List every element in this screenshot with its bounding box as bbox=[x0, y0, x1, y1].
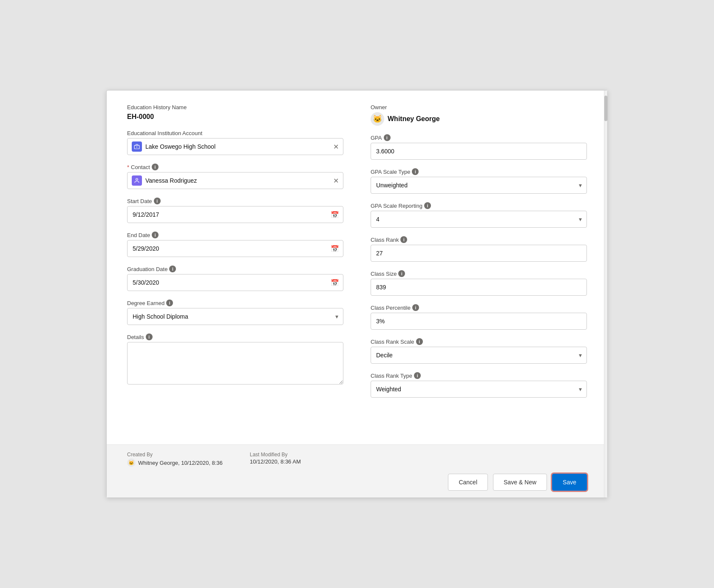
class-size-input[interactable] bbox=[371, 279, 587, 296]
save-button[interactable]: Save bbox=[552, 474, 587, 491]
gpa-group: GPA i bbox=[371, 134, 587, 160]
class-rank-type-info-icon[interactable]: i bbox=[414, 372, 421, 379]
degree-earned-select[interactable]: High School Diploma Associate's Degree B… bbox=[127, 308, 343, 325]
graduation-date-input[interactable] bbox=[127, 274, 343, 291]
gpa-scale-type-group: GPA Scale Type i Unweighted Weighted bbox=[371, 168, 587, 194]
details-input[interactable] bbox=[127, 342, 343, 384]
owner-row: 🐱 Whitney George bbox=[371, 112, 587, 126]
svg-point-3 bbox=[136, 178, 138, 181]
gpa-scale-type-label: GPA Scale Type i bbox=[371, 168, 587, 175]
class-rank-type-group: Class Rank Type i Weighted Unweighted bbox=[371, 372, 587, 398]
contact-value: Vanessa Rodriguez bbox=[145, 177, 330, 184]
last-modified-value: 10/12/2020, 8:36 AM bbox=[250, 458, 301, 465]
gpa-info-icon[interactable]: i bbox=[384, 134, 391, 141]
owner-avatar: 🐱 bbox=[371, 112, 384, 126]
cancel-button[interactable]: Cancel bbox=[448, 474, 488, 491]
class-percentile-label: Class Percentile i bbox=[371, 304, 587, 311]
start-date-info-icon[interactable]: i bbox=[154, 198, 161, 204]
created-by-avatar: 🐱 bbox=[127, 458, 136, 467]
educational-institution-input[interactable]: Lake Oswego High School ✕ bbox=[127, 138, 343, 155]
contact-input[interactable]: Vanessa Rodriguez ✕ bbox=[127, 172, 343, 189]
scrollbar-thumb[interactable] bbox=[604, 96, 607, 121]
class-size-label: Class Size i bbox=[371, 270, 587, 277]
educational-institution-clear-icon[interactable]: ✕ bbox=[333, 143, 339, 151]
contact-clear-icon[interactable]: ✕ bbox=[333, 177, 339, 185]
details-label: Details i bbox=[127, 334, 343, 340]
gpa-scale-reporting-group: GPA Scale Reporting i 4 5 10 100 bbox=[371, 202, 587, 228]
start-date-label: Start Date i bbox=[127, 198, 343, 204]
institution-icon bbox=[132, 141, 142, 152]
gpa-scale-type-select[interactable]: Unweighted Weighted bbox=[371, 177, 587, 194]
owner-label: Owner bbox=[371, 104, 587, 110]
start-date-input[interactable] bbox=[127, 206, 343, 223]
gpa-scale-reporting-info-icon[interactable]: i bbox=[424, 202, 431, 209]
footer-actions: Cancel Save & New Save bbox=[127, 474, 587, 491]
details-info-icon[interactable]: i bbox=[146, 334, 153, 340]
degree-earned-select-wrapper: High School Diploma Associate's Degree B… bbox=[127, 308, 343, 325]
contact-entity-icon bbox=[132, 175, 142, 186]
education-history-name-value: EH-0000 bbox=[127, 112, 343, 122]
class-size-group: Class Size i bbox=[371, 270, 587, 296]
start-date-wrapper: 📅 bbox=[127, 206, 343, 223]
class-rank-type-select-wrapper: Weighted Unweighted bbox=[371, 381, 587, 398]
end-date-wrapper: 📅 bbox=[127, 240, 343, 257]
right-column: Owner 🐱 Whitney George GPA i bbox=[371, 104, 587, 434]
end-date-group: End Date i 📅 bbox=[127, 232, 343, 257]
gpa-label: GPA i bbox=[371, 134, 587, 141]
degree-earned-info-icon[interactable]: i bbox=[166, 300, 173, 306]
class-rank-input[interactable] bbox=[371, 245, 587, 262]
scrollbar[interactable] bbox=[604, 90, 607, 498]
footer-meta: Created By 🐱 Whitney George, 10/12/2020,… bbox=[127, 452, 587, 467]
details-group: Details i bbox=[127, 334, 343, 386]
class-size-info-icon[interactable]: i bbox=[398, 270, 405, 277]
gpa-scale-reporting-select[interactable]: 4 5 10 100 bbox=[371, 211, 587, 228]
graduation-date-group: Graduation Date i 📅 bbox=[127, 266, 343, 291]
contact-info-icon[interactable]: i bbox=[152, 164, 159, 170]
created-by-item: Created By 🐱 Whitney George, 10/12/2020,… bbox=[127, 452, 223, 467]
save-new-button[interactable]: Save & New bbox=[493, 474, 547, 491]
educational-institution-group: Educational Institution Account Lake Osw… bbox=[127, 130, 343, 155]
last-modified-label: Last Modified By bbox=[250, 452, 301, 458]
start-date-group: Start Date i 📅 bbox=[127, 198, 343, 223]
class-percentile-info-icon[interactable]: i bbox=[412, 304, 419, 311]
modal-footer: Created By 🐱 Whitney George, 10/12/2020,… bbox=[107, 444, 607, 498]
gpa-scale-type-select-wrapper: Unweighted Weighted bbox=[371, 177, 587, 194]
gpa-input[interactable] bbox=[371, 143, 587, 160]
class-rank-scale-select-wrapper: Decile Percentile Quintile bbox=[371, 347, 587, 364]
end-date-input[interactable] bbox=[127, 240, 343, 257]
class-rank-scale-select[interactable]: Decile Percentile Quintile bbox=[371, 347, 587, 364]
class-rank-type-label: Class Rank Type i bbox=[371, 372, 587, 379]
contact-group: * Contact i Vanessa Rodriguez ✕ bbox=[127, 164, 343, 189]
graduation-date-wrapper: 📅 bbox=[127, 274, 343, 291]
owner-name: Whitney George bbox=[388, 115, 440, 123]
end-date-label: End Date i bbox=[127, 232, 343, 238]
left-column: Education History Name EH-0000 Education… bbox=[127, 104, 343, 434]
class-rank-info-icon[interactable]: i bbox=[400, 236, 407, 243]
graduation-date-label: Graduation Date i bbox=[127, 266, 343, 272]
gpa-scale-reporting-select-wrapper: 4 5 10 100 bbox=[371, 211, 587, 228]
contact-label: * Contact i bbox=[127, 164, 343, 170]
education-history-name-label: Education History Name bbox=[127, 104, 343, 110]
last-modified-item: Last Modified By 10/12/2020, 8:36 AM bbox=[250, 452, 301, 467]
end-date-info-icon[interactable]: i bbox=[152, 232, 159, 238]
class-percentile-input[interactable] bbox=[371, 313, 587, 330]
degree-earned-group: Degree Earned i High School Diploma Asso… bbox=[127, 300, 343, 325]
class-rank-type-select[interactable]: Weighted Unweighted bbox=[371, 381, 587, 398]
modal: Education History Name EH-0000 Education… bbox=[106, 90, 608, 498]
class-rank-group: Class Rank i bbox=[371, 236, 587, 262]
gpa-scale-reporting-label: GPA Scale Reporting i bbox=[371, 202, 587, 209]
degree-earned-label: Degree Earned i bbox=[127, 300, 343, 306]
class-rank-scale-info-icon[interactable]: i bbox=[416, 338, 423, 345]
class-rank-scale-label: Class Rank Scale i bbox=[371, 338, 587, 345]
gpa-scale-type-info-icon[interactable]: i bbox=[412, 168, 419, 175]
graduation-date-info-icon[interactable]: i bbox=[169, 266, 176, 272]
class-rank-label: Class Rank i bbox=[371, 236, 587, 243]
created-by-label: Created By bbox=[127, 452, 223, 458]
class-rank-scale-group: Class Rank Scale i Decile Percentile Qui… bbox=[371, 338, 587, 364]
educational-institution-value: Lake Oswego High School bbox=[145, 143, 330, 150]
modal-body: Education History Name EH-0000 Education… bbox=[107, 90, 607, 444]
education-history-name-group: Education History Name EH-0000 bbox=[127, 104, 343, 122]
educational-institution-label: Educational Institution Account bbox=[127, 130, 343, 136]
class-percentile-group: Class Percentile i bbox=[371, 304, 587, 330]
created-by-value: 🐱 Whitney George, 10/12/2020, 8:36 bbox=[127, 458, 223, 467]
